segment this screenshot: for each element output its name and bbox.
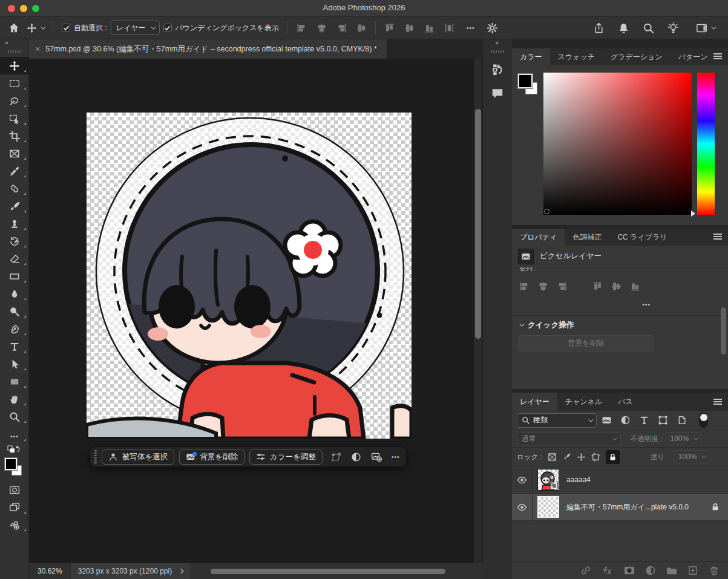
align-center-horizontal-icon[interactable]: [316, 23, 327, 33]
align-middle-icon[interactable]: [404, 23, 415, 33]
quick-actions-header[interactable]: クイック操作: [512, 316, 728, 334]
search-icon[interactable]: [643, 22, 654, 34]
hue-slider-pointer[interactable]: [691, 211, 695, 217]
tool-move[interactable]: [0, 57, 29, 74]
image-add-icon[interactable]: [371, 451, 382, 462]
align-center-horizontal-icon[interactable]: [538, 281, 548, 292]
settings-button[interactable]: [487, 22, 498, 34]
tool-eraser[interactable]: [0, 250, 29, 267]
tool-gradient[interactable]: [0, 267, 29, 285]
layer-row-template-locked[interactable]: 編集不可・57mm用ガイ...plate v5.0.0: [512, 494, 728, 521]
tool-frame[interactable]: [0, 145, 29, 162]
bell-icon[interactable]: [618, 22, 629, 34]
bounding-box-checkbox[interactable]: バウンディングボックスを表示: [163, 23, 279, 33]
expand-panel-arrows[interactable]: »: [0, 39, 28, 49]
more-options-button[interactable]: •••: [467, 25, 475, 31]
adjust-colors-button[interactable]: カラーを調整: [249, 450, 323, 465]
comments-panel-button[interactable]: [483, 81, 512, 105]
new-adjustment-shortcut-button[interactable]: [0, 516, 29, 534]
dock-grip[interactable]: [491, 50, 504, 53]
tool-object-selection[interactable]: [0, 110, 29, 127]
tab-paths[interactable]: パス: [610, 393, 641, 411]
swap-colors-control[interactable]: [0, 443, 29, 456]
auto-select-checkbox[interactable]: 自動選択 :: [62, 23, 107, 33]
tool-healing-brush[interactable]: [0, 180, 29, 197]
artwork-canvas[interactable]: [87, 113, 412, 439]
toolbar-grip[interactable]: [8, 50, 21, 53]
edit-toolbar-button[interactable]: •••: [0, 429, 29, 443]
layer-name[interactable]: aaaaa4: [566, 476, 591, 484]
tool-type[interactable]: [0, 338, 29, 355]
vertical-scrollbar[interactable]: [474, 59, 482, 563]
tool-zoom[interactable]: [0, 408, 29, 425]
properties-scrollbar-thumb[interactable]: [721, 307, 726, 355]
layer-style-fx-icon[interactable]: [602, 565, 614, 576]
checkbox-checked-icon[interactable]: [62, 24, 70, 32]
collapse-panels-arrows[interactable]: «: [483, 39, 512, 49]
foreground-color-swatch[interactable]: [518, 74, 533, 88]
tool-dodge[interactable]: [0, 303, 29, 320]
layer-row-aaaaa4[interactable]: aaaaa4: [512, 466, 728, 494]
filter-shape-layers-icon[interactable]: [658, 415, 668, 425]
link-layers-icon[interactable]: [580, 565, 591, 576]
tab-properties[interactable]: プロパティ: [512, 229, 565, 246]
filter-pixel-layers-icon[interactable]: [602, 415, 612, 425]
foreground-background-colors[interactable]: [0, 456, 29, 481]
remove-background-button[interactable]: 背景を削除: [179, 450, 244, 465]
tool-options-move[interactable]: [27, 23, 44, 33]
auto-select-target-dropdown[interactable]: レイヤー: [111, 21, 160, 35]
align-middle-icon[interactable]: [611, 281, 621, 292]
hue-slider[interactable]: [697, 73, 715, 215]
delete-layer-trash-icon[interactable]: [709, 565, 720, 576]
visibility-toggle[interactable]: [512, 494, 533, 520]
color-field-selector[interactable]: [544, 209, 549, 214]
tab-gradients[interactable]: グラデーション: [603, 48, 671, 65]
select-subject-button[interactable]: 被写体を選択: [102, 450, 174, 465]
panel-menu-icon[interactable]: [713, 399, 722, 405]
tab-swatches[interactable]: スウォッチ: [550, 48, 603, 65]
history-panel-button[interactable]: [483, 57, 512, 81]
align-left-icon[interactable]: [297, 23, 307, 33]
tool-eyedropper[interactable]: [0, 162, 29, 180]
blend-mode-dropdown[interactable]: 通常: [517, 432, 621, 445]
horizontal-scrollbar-thumb[interactable]: [211, 569, 445, 574]
filter-toggle-switch[interactable]: [699, 413, 708, 428]
layer-thumbnail[interactable]: [537, 469, 559, 491]
tab-channels[interactable]: チャンネル: [557, 393, 610, 411]
visibility-toggle[interactable]: [512, 466, 533, 493]
filter-adjustment-layers-icon[interactable]: [620, 415, 631, 425]
transform-icon[interactable]: [331, 452, 341, 462]
tool-lasso[interactable]: [0, 92, 29, 110]
layer-name[interactable]: 編集不可・57mm用ガイ...plate v5.0.0: [566, 502, 689, 512]
zoom-level-field[interactable]: 30.62%: [29, 567, 71, 575]
tool-blur[interactable]: [0, 285, 29, 303]
new-adjustment-layer-icon[interactable]: [645, 565, 656, 576]
lock-artboard-icon[interactable]: [591, 453, 600, 462]
tool-clone-stamp[interactable]: [0, 215, 29, 232]
lock-pixels-icon[interactable]: [562, 453, 571, 462]
tab-patterns[interactable]: パターン: [671, 48, 716, 65]
home-button[interactable]: [8, 22, 19, 33]
align-top-icon[interactable]: [384, 23, 395, 33]
close-tab-icon[interactable]: ×: [35, 44, 40, 54]
new-group-folder-icon[interactable]: [666, 565, 677, 576]
more-options-button[interactable]: •••: [642, 301, 651, 308]
filter-type-layers-icon[interactable]: [639, 415, 649, 425]
tool-history-brush[interactable]: [0, 232, 29, 250]
tool-pen[interactable]: [0, 320, 29, 338]
new-layer-icon[interactable]: [687, 565, 698, 576]
tab-adjustments[interactable]: 色調補正: [565, 229, 609, 246]
align-right-icon[interactable]: [336, 23, 347, 33]
tool-shape[interactable]: [0, 373, 29, 390]
canvas-viewport[interactable]: 被写体を選択 背景を削除 カラーを調整: [29, 59, 483, 563]
tab-layers[interactable]: レイヤー: [512, 393, 557, 411]
checkbox-checked-icon[interactable]: [163, 24, 172, 32]
lock-all-button-active[interactable]: [606, 450, 620, 464]
discover-lightbulb-icon[interactable]: [667, 22, 679, 34]
align-bottom-icon[interactable]: [630, 281, 640, 292]
adjustment-contrast-icon[interactable]: [351, 452, 361, 462]
align-bottom-icon[interactable]: [424, 23, 435, 33]
color-panel-fg-bg[interactable]: [518, 74, 541, 98]
opacity-field[interactable]: 100%: [666, 432, 701, 445]
share-icon[interactable]: [593, 22, 605, 34]
